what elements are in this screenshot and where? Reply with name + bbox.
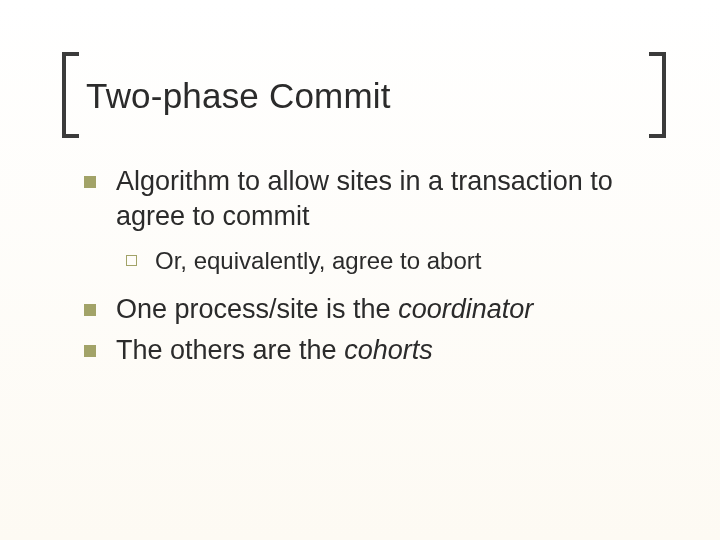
- slide-body: Algorithm to allow sites in a transactio…: [84, 164, 666, 373]
- bullet-3: The others are the cohorts: [84, 333, 666, 368]
- bullet-2-em: coordinator: [398, 294, 533, 324]
- title-bracket-left: [62, 52, 79, 138]
- bullet-2-pre: One process/site is the: [116, 294, 398, 324]
- bullet-3-pre: The others are the: [116, 335, 344, 365]
- bullet-1-sub-text: Or, equivalently, agree to abort: [155, 245, 481, 276]
- bullet-1: Algorithm to allow sites in a transactio…: [84, 164, 666, 233]
- bullet-2-text: One process/site is the coordinator: [116, 292, 533, 327]
- bullet-1-text: Algorithm to allow sites in a transactio…: [116, 164, 666, 233]
- slide-title: Two-phase Commit: [86, 76, 391, 116]
- bullet-2: One process/site is the coordinator: [84, 292, 666, 327]
- title-bracket-right: [649, 52, 666, 138]
- hollow-square-bullet-icon: [126, 255, 137, 266]
- bullet-1-sub: Or, equivalently, agree to abort: [126, 245, 666, 276]
- square-bullet-icon: [84, 345, 96, 357]
- square-bullet-icon: [84, 304, 96, 316]
- bullet-3-em: cohorts: [344, 335, 433, 365]
- bullet-3-text: The others are the cohorts: [116, 333, 433, 368]
- square-bullet-icon: [84, 176, 96, 188]
